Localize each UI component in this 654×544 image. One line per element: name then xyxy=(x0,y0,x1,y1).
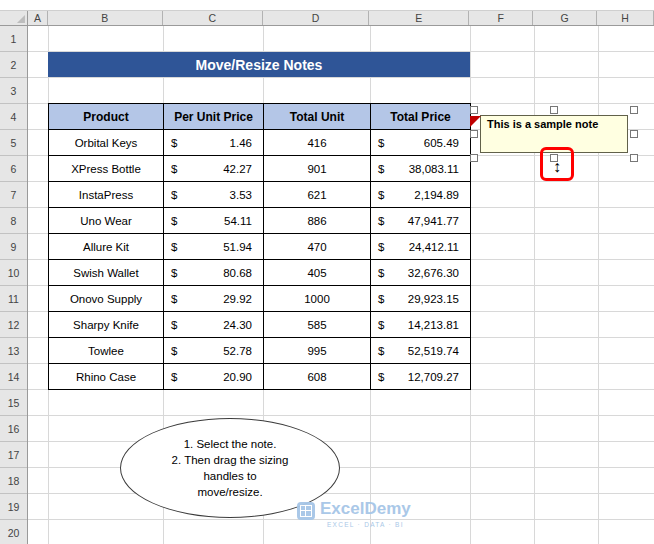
cell-product[interactable]: Orbital Keys xyxy=(49,130,164,156)
column-headers: ABCDEFGH xyxy=(0,10,654,26)
resize-handle[interactable] xyxy=(630,154,638,162)
col-header-per-unit-price[interactable]: Per Unit Price xyxy=(164,104,264,130)
row-header-1[interactable]: 1 xyxy=(0,26,27,52)
cell-total-unit[interactable]: 621 xyxy=(264,182,371,208)
resize-handle[interactable] xyxy=(470,154,478,162)
currency-symbol: $ xyxy=(378,293,384,305)
column-header-H[interactable]: H xyxy=(597,11,654,25)
column-header-A[interactable]: A xyxy=(28,11,48,25)
cell-per-unit-price[interactable]: $42.27 xyxy=(164,156,264,182)
col-header-total-price[interactable]: Total Price xyxy=(371,104,471,130)
price-value: 20.90 xyxy=(223,371,252,383)
row-header-4[interactable]: 4 xyxy=(0,104,27,130)
cell-per-unit-price[interactable]: $1.46 xyxy=(164,130,264,156)
resize-handle[interactable] xyxy=(470,106,478,114)
price-value: 51.94 xyxy=(223,241,252,253)
cell-total-price[interactable]: $38,083.11 xyxy=(371,156,471,182)
row-header-8[interactable]: 8 xyxy=(0,208,27,234)
cell-total-price[interactable]: $605.49 xyxy=(371,130,471,156)
cell-total-unit[interactable]: 470 xyxy=(264,234,371,260)
cell-per-unit-price[interactable]: $3.53 xyxy=(164,182,264,208)
price-value: 32,676.30 xyxy=(408,267,459,279)
cell-total-price[interactable]: $2,194.89 xyxy=(371,182,471,208)
price-value: 605.49 xyxy=(424,137,459,149)
row-header-11[interactable]: 11 xyxy=(0,286,27,312)
row-header-14[interactable]: 14 xyxy=(0,364,27,390)
cell-per-unit-price[interactable]: $80.68 xyxy=(164,260,264,286)
money-cell: $24.30 xyxy=(164,319,263,331)
price-value: 24.30 xyxy=(223,319,252,331)
exceldemy-logo-icon xyxy=(297,502,315,520)
row-header-7[interactable]: 7 xyxy=(0,182,27,208)
cell-per-unit-price[interactable]: $20.90 xyxy=(164,364,264,390)
cell-product[interactable]: Allure Kit xyxy=(49,234,164,260)
row-header-16[interactable]: 16 xyxy=(0,416,27,442)
column-header-F[interactable]: F xyxy=(469,11,533,25)
column-header-G[interactable]: G xyxy=(533,11,597,25)
cell-total-unit[interactable]: 416 xyxy=(264,130,371,156)
cell-product[interactable]: Uno Wear xyxy=(49,208,164,234)
money-cell: $32,676.30 xyxy=(371,267,470,279)
cell-product[interactable]: InstaPress xyxy=(49,182,164,208)
cell-total-unit[interactable]: 1000 xyxy=(264,286,371,312)
money-cell: $24,412.11 xyxy=(371,241,470,253)
cell-total-price[interactable]: $29,923.15 xyxy=(371,286,471,312)
cell-total-unit[interactable]: 608 xyxy=(264,364,371,390)
cell-total-unit[interactable]: 995 xyxy=(264,338,371,364)
title-banner[interactable]: Move/Resize Notes xyxy=(48,52,470,77)
cell-product[interactable]: Swish Wallet xyxy=(49,260,164,286)
cell-product[interactable]: Rhino Case xyxy=(49,364,164,390)
row-header-15[interactable]: 15 xyxy=(0,390,27,416)
resize-handle[interactable] xyxy=(630,106,638,114)
cell-per-unit-price[interactable]: $24.30 xyxy=(164,312,264,338)
cell-total-unit[interactable]: 585 xyxy=(264,312,371,338)
row-header-12[interactable]: 12 xyxy=(0,312,27,338)
cell-product[interactable]: Towlee xyxy=(49,338,164,364)
cell-per-unit-price[interactable]: $52.78 xyxy=(164,338,264,364)
row-header-17[interactable]: 17 xyxy=(0,442,27,468)
money-cell: $2,194.89 xyxy=(371,189,470,201)
cell-total-price[interactable]: $12,709.27 xyxy=(371,364,471,390)
table-row: Swish Wallet$80.68405$32,676.30 xyxy=(49,260,471,286)
cell-product[interactable]: Sharpy Knife xyxy=(49,312,164,338)
select-all-button[interactable] xyxy=(0,11,28,25)
column-header-D[interactable]: D xyxy=(263,11,370,25)
excel-window: ABCDEFGH 1234567891011121314151617181920… xyxy=(0,0,654,544)
row-header-18[interactable]: 18 xyxy=(0,468,27,494)
cell-per-unit-price[interactable]: $51.94 xyxy=(164,234,264,260)
currency-symbol: $ xyxy=(378,319,384,331)
cell-product[interactable]: Onovo Supply xyxy=(49,286,164,312)
row-header-9[interactable]: 9 xyxy=(0,234,27,260)
col-header-total-unit[interactable]: Total Unit xyxy=(264,104,371,130)
row-header-5[interactable]: 5 xyxy=(0,130,27,156)
cell-total-unit[interactable]: 405 xyxy=(264,260,371,286)
row-header-6[interactable]: 6 xyxy=(0,156,27,182)
gridline-vertical xyxy=(598,26,599,544)
resize-handle[interactable] xyxy=(550,106,558,114)
cell-total-price[interactable]: $47,941.77 xyxy=(371,208,471,234)
row-header-10[interactable]: 10 xyxy=(0,260,27,286)
row-header-13[interactable]: 13 xyxy=(0,338,27,364)
cell-per-unit-price[interactable]: $29.92 xyxy=(164,286,264,312)
cell-per-unit-price[interactable]: $54.11 xyxy=(164,208,264,234)
column-header-C[interactable]: C xyxy=(163,11,263,25)
cell-total-unit[interactable]: 901 xyxy=(264,156,371,182)
currency-symbol: $ xyxy=(171,215,177,227)
row-header-20[interactable]: 20 xyxy=(0,520,27,544)
cell-total-unit[interactable]: 886 xyxy=(264,208,371,234)
resize-handle[interactable] xyxy=(470,130,478,138)
row-header-19[interactable]: 19 xyxy=(0,494,27,520)
row-header-3[interactable]: 3 xyxy=(0,78,27,104)
col-header-product[interactable]: Product xyxy=(49,104,164,130)
currency-symbol: $ xyxy=(171,319,177,331)
cell-product[interactable]: XPress Bottle xyxy=(49,156,164,182)
row-header-2[interactable]: 2 xyxy=(0,52,27,78)
cell-total-price[interactable]: $14,213.81 xyxy=(371,312,471,338)
column-header-B[interactable]: B xyxy=(48,11,163,25)
column-header-E[interactable]: E xyxy=(369,11,469,25)
cell-total-price[interactable]: $32,676.30 xyxy=(371,260,471,286)
money-cell: $52.78 xyxy=(164,345,263,357)
cell-total-price[interactable]: $24,412.11 xyxy=(371,234,471,260)
resize-handle[interactable] xyxy=(630,130,638,138)
cell-total-price[interactable]: $52,519.74 xyxy=(371,338,471,364)
